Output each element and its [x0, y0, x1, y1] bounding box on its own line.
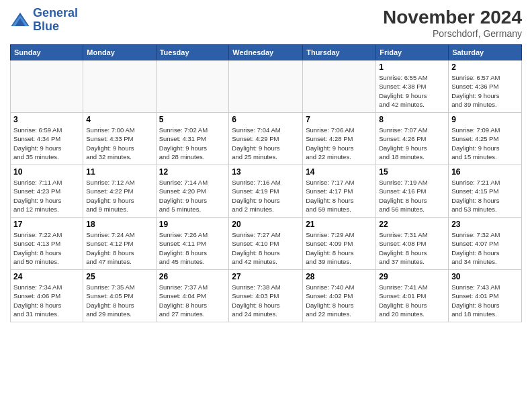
- day-info: Sunrise: 7:24 AM Sunset: 4:12 PM Dayligh…: [86, 230, 152, 266]
- calendar-cell: [229, 60, 303, 113]
- calendar-cell: [303, 60, 376, 113]
- day-number: 21: [306, 220, 373, 229]
- calendar-cell: 7Sunrise: 7:06 AM Sunset: 4:28 PM Daylig…: [303, 113, 376, 165]
- day-info: Sunrise: 7:35 AM Sunset: 4:05 PM Dayligh…: [86, 283, 152, 318]
- col-wednesday: Wednesday: [229, 45, 303, 60]
- day-number: 17: [13, 220, 80, 229]
- day-number: 1: [379, 62, 445, 72]
- day-number: 7: [306, 115, 373, 124]
- calendar-cell: 16Sunrise: 7:21 AM Sunset: 4:15 PM Dayli…: [449, 165, 522, 218]
- day-number: 14: [306, 167, 373, 177]
- day-number: 30: [451, 272, 519, 281]
- col-sunday: Sunday: [11, 45, 83, 60]
- calendar-cell: 27Sunrise: 7:38 AM Sunset: 4:03 PM Dayli…: [229, 270, 303, 322]
- day-info: Sunrise: 6:55 AM Sunset: 4:38 PM Dayligh…: [379, 73, 445, 109]
- day-number: 20: [232, 220, 300, 229]
- day-number: 6: [232, 115, 300, 124]
- logo-text: General Blue: [33, 7, 78, 34]
- day-info: Sunrise: 6:59 AM Sunset: 4:34 PM Dayligh…: [13, 126, 80, 161]
- calendar-cell: 19Sunrise: 7:26 AM Sunset: 4:11 PM Dayli…: [156, 218, 229, 270]
- day-number: 15: [379, 167, 445, 177]
- calendar-week-row-2: 10Sunrise: 7:11 AM Sunset: 4:23 PM Dayli…: [11, 165, 522, 218]
- calendar-cell: 30Sunrise: 7:43 AM Sunset: 4:01 PM Dayli…: [449, 270, 522, 322]
- calendar-cell: 9Sunrise: 7:09 AM Sunset: 4:25 PM Daylig…: [449, 113, 522, 165]
- calendar-week-row-4: 24Sunrise: 7:34 AM Sunset: 4:06 PM Dayli…: [11, 270, 522, 322]
- day-number: 24: [13, 272, 80, 281]
- day-info: Sunrise: 7:34 AM Sunset: 4:06 PM Dayligh…: [13, 283, 80, 318]
- day-number: 9: [451, 115, 519, 124]
- day-info: Sunrise: 7:14 AM Sunset: 4:20 PM Dayligh…: [159, 178, 226, 214]
- day-info: Sunrise: 7:19 AM Sunset: 4:16 PM Dayligh…: [379, 178, 445, 214]
- calendar-cell: 12Sunrise: 7:14 AM Sunset: 4:20 PM Dayli…: [156, 165, 229, 218]
- day-info: Sunrise: 7:00 AM Sunset: 4:33 PM Dayligh…: [86, 126, 152, 161]
- col-monday: Monday: [83, 45, 156, 60]
- day-number: 11: [86, 167, 152, 177]
- calendar-cell: 15Sunrise: 7:19 AM Sunset: 4:16 PM Dayli…: [376, 165, 449, 218]
- day-info: Sunrise: 7:31 AM Sunset: 4:08 PM Dayligh…: [379, 230, 445, 266]
- calendar-cell: 26Sunrise: 7:37 AM Sunset: 4:04 PM Dayli…: [156, 270, 229, 322]
- day-info: Sunrise: 7:41 AM Sunset: 4:01 PM Dayligh…: [379, 283, 445, 318]
- day-number: 18: [86, 220, 152, 229]
- day-info: Sunrise: 7:21 AM Sunset: 4:15 PM Dayligh…: [451, 178, 519, 214]
- month-title: November 2024: [383, 7, 522, 28]
- col-friday: Friday: [376, 45, 449, 60]
- calendar-cell: 22Sunrise: 7:31 AM Sunset: 4:08 PM Dayli…: [376, 218, 449, 270]
- day-number: 8: [379, 115, 445, 124]
- day-number: 13: [232, 167, 300, 177]
- calendar-week-row-1: 3Sunrise: 6:59 AM Sunset: 4:34 PM Daylig…: [11, 113, 522, 165]
- day-number: 2: [451, 62, 519, 72]
- day-number: 27: [232, 272, 300, 281]
- day-info: Sunrise: 7:09 AM Sunset: 4:25 PM Dayligh…: [451, 126, 519, 161]
- day-info: Sunrise: 7:38 AM Sunset: 4:03 PM Dayligh…: [232, 283, 300, 318]
- day-info: Sunrise: 7:07 AM Sunset: 4:26 PM Dayligh…: [379, 126, 445, 161]
- day-info: Sunrise: 7:12 AM Sunset: 4:22 PM Dayligh…: [86, 178, 152, 214]
- col-saturday: Saturday: [449, 45, 522, 60]
- col-tuesday: Tuesday: [156, 45, 229, 60]
- day-number: 23: [451, 220, 519, 229]
- logo-line1: General: [33, 7, 78, 20]
- calendar-cell: 28Sunrise: 7:40 AM Sunset: 4:02 PM Dayli…: [303, 270, 376, 322]
- day-info: Sunrise: 7:04 AM Sunset: 4:29 PM Dayligh…: [232, 126, 300, 161]
- day-number: 26: [159, 272, 226, 281]
- calendar: Sunday Monday Tuesday Wednesday Thursday…: [10, 44, 522, 322]
- calendar-header-row: Sunday Monday Tuesday Wednesday Thursday…: [11, 45, 522, 60]
- calendar-cell: 24Sunrise: 7:34 AM Sunset: 4:06 PM Dayli…: [11, 270, 83, 322]
- day-info: Sunrise: 7:06 AM Sunset: 4:28 PM Dayligh…: [306, 126, 373, 161]
- calendar-cell: 29Sunrise: 7:41 AM Sunset: 4:01 PM Dayli…: [376, 270, 449, 322]
- day-number: 28: [306, 272, 373, 281]
- calendar-cell: 2Sunrise: 6:57 AM Sunset: 4:36 PM Daylig…: [449, 60, 522, 113]
- title-block: November 2024 Porschdorf, Germany: [383, 7, 522, 39]
- calendar-week-row-3: 17Sunrise: 7:22 AM Sunset: 4:13 PM Dayli…: [11, 218, 522, 270]
- day-number: 19: [159, 220, 226, 229]
- col-thursday: Thursday: [303, 45, 376, 60]
- day-number: 5: [159, 115, 226, 124]
- logo: General Blue: [10, 7, 78, 34]
- day-info: Sunrise: 7:32 AM Sunset: 4:07 PM Dayligh…: [451, 230, 519, 266]
- day-number: 3: [13, 115, 80, 124]
- calendar-week-row-0: 1Sunrise: 6:55 AM Sunset: 4:38 PM Daylig…: [11, 60, 522, 113]
- calendar-cell: 25Sunrise: 7:35 AM Sunset: 4:05 PM Dayli…: [83, 270, 156, 322]
- location-subtitle: Porschdorf, Germany: [383, 28, 522, 39]
- day-number: 22: [379, 220, 445, 229]
- day-info: Sunrise: 7:26 AM Sunset: 4:11 PM Dayligh…: [159, 230, 226, 266]
- day-info: Sunrise: 7:02 AM Sunset: 4:31 PM Dayligh…: [159, 126, 226, 161]
- day-number: 25: [86, 272, 152, 281]
- calendar-cell: 4Sunrise: 7:00 AM Sunset: 4:33 PM Daylig…: [83, 113, 156, 165]
- logo-icon: [10, 10, 30, 30]
- page: General Blue November 2024 Porschdorf, G…: [0, 0, 532, 411]
- calendar-cell: 1Sunrise: 6:55 AM Sunset: 4:38 PM Daylig…: [376, 60, 449, 113]
- calendar-cell: [83, 60, 156, 113]
- logo-line2: Blue: [33, 20, 78, 34]
- header: General Blue November 2024 Porschdorf, G…: [10, 7, 522, 39]
- day-number: 16: [451, 167, 519, 177]
- day-number: 29: [379, 272, 445, 281]
- calendar-cell: 23Sunrise: 7:32 AM Sunset: 4:07 PM Dayli…: [449, 218, 522, 270]
- day-info: Sunrise: 7:17 AM Sunset: 4:17 PM Dayligh…: [306, 178, 373, 214]
- calendar-cell: 3Sunrise: 6:59 AM Sunset: 4:34 PM Daylig…: [11, 113, 83, 165]
- day-info: Sunrise: 7:29 AM Sunset: 4:09 PM Dayligh…: [306, 230, 373, 266]
- calendar-cell: 5Sunrise: 7:02 AM Sunset: 4:31 PM Daylig…: [156, 113, 229, 165]
- day-number: 12: [159, 167, 226, 177]
- calendar-cell: 21Sunrise: 7:29 AM Sunset: 4:09 PM Dayli…: [303, 218, 376, 270]
- calendar-cell: 13Sunrise: 7:16 AM Sunset: 4:19 PM Dayli…: [229, 165, 303, 218]
- calendar-cell: [11, 60, 83, 113]
